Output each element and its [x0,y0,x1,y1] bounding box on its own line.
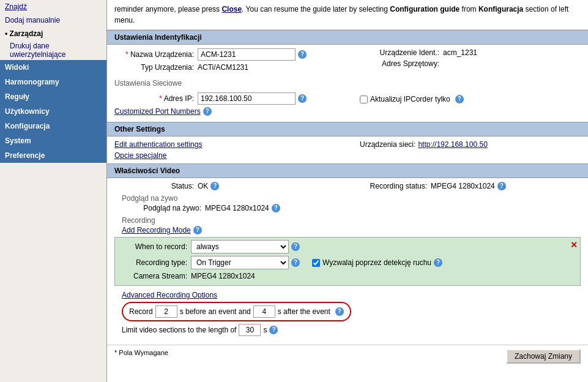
custom-ports-link[interactable]: Customized Port Numbers [114,107,201,116]
identification-header: Ustawienia Indentyfikacji [107,30,588,45]
sidebar-item-harmonogramy[interactable]: Harmonogramy [0,75,106,89]
device-type-value: ACTi/ACM1231 [198,63,248,72]
network-section: Adres IP: ? Aktualizuj IPCorder tylko ? … [107,89,588,122]
sidebar-item-preferencje[interactable]: Preferencje [0,148,106,163]
live-preview-help-icon[interactable]: ? [272,204,280,212]
recording-status-label: Recording status: [348,182,427,190]
sidebar-section-zarzadzaj: • Zarządzaj [0,27,106,40]
info-text-1: reminder anymore, please press [114,5,221,13]
live-preview-value: MPEG4 1280x1024 [205,204,269,212]
ipcorder-label: Aktualizuj IPCorder tylko [370,95,450,103]
sidebar-item-reguly[interactable]: Reguły [0,89,106,104]
devices-network-link[interactable]: http://192.168.100.50 [418,140,487,149]
hardware-addr-label: Adres Sprzętowy: [360,59,439,68]
sidebar-item-uzytkownicy[interactable]: Użytkownicy [0,104,106,119]
when-to-record-select[interactable]: always schedule motion [191,240,289,253]
konfiguracja-ref: Konfiguracja [478,5,523,13]
recording-type-select[interactable]: On Trigger Continuous Motion [191,256,289,269]
add-recording-help-icon[interactable]: ? [193,226,202,234]
required-note: * Pola Wymagane [114,349,168,356]
recording-mode-row: ✕ When to record: always schedule motion… [114,237,581,286]
auth-settings-link[interactable]: Edit authentication settings [114,140,202,149]
record-label: Record [129,307,153,316]
limit-label: Limit video sections to the length of [122,326,236,334]
recording-status-help-icon[interactable]: ? [497,182,506,190]
after-event-label: s after the event [278,307,330,316]
sidebar-item-drukuj[interactable]: Drukuj dane uwierzytelniające [0,40,106,60]
close-link[interactable]: Close [221,5,242,13]
recording-type-label: Recording type: [120,258,187,267]
ip-input[interactable] [198,92,296,105]
when-to-record-help-icon[interactable]: ? [291,242,300,251]
recording-type-help-icon[interactable]: ? [291,258,300,267]
motion-trigger-label: Wyzwalaj poprzez detekcję ruchu [322,258,431,267]
device-ident-label: Urządzenie Ident.: [360,48,439,57]
custom-ports-help-icon[interactable]: ? [203,107,212,116]
live-preview-label: Podgląd na żywo: [122,204,201,212]
sidebar-item-system[interactable]: System [0,133,106,148]
footer: * Pola Wymagane Zachowaj Zmiany [107,345,588,367]
main-content: reminder anymore, please press Close. Yo… [107,0,588,382]
record-timing-row: Record s before an event and s after the… [122,302,351,321]
motion-trigger-checkbox[interactable] [312,259,320,267]
info-text-2: . You can resume the guide later by sele… [242,5,390,13]
save-button[interactable]: Zachowaj Zmiany [506,349,581,364]
camera-stream-value: MPEG4 1280x1024 [191,272,255,280]
recording-section-label: Recording [114,215,581,226]
before-event-label: s before an event and [180,307,251,316]
when-to-record-label: When to record: [120,242,187,251]
after-event-input[interactable] [253,305,275,318]
sidebar: Znajdź Dodaj manualnie • Zarządzaj Druku… [0,0,107,382]
sidebar-item-widoki[interactable]: Widoki [0,60,106,75]
status-value: OK [198,182,208,190]
add-recording-link[interactable]: Add Recording Mode [122,226,191,234]
config-guide-link: Configuration guide [390,5,460,13]
live-preview-section-label: Podgląd na żywo [114,193,581,204]
ipcorder-checkbox[interactable] [360,96,368,103]
limit-help-icon[interactable]: ? [269,326,278,334]
limit-input[interactable] [239,324,261,336]
before-event-input[interactable] [155,305,177,318]
advanced-options-title[interactable]: Advanced Recording Options [122,291,573,299]
status-help-icon[interactable]: ? [210,182,219,190]
device-ident-value: acm_1231 [443,48,477,57]
status-label: Status: [114,182,194,190]
device-name-input[interactable] [198,48,296,61]
video-section: Status: OK ? Recording status: MPEG4 128… [107,178,588,345]
sidebar-item-dodaj[interactable]: Dodaj manualnie [0,13,106,27]
video-header: Właściwości Video [107,163,588,178]
device-name-label: Nazwa Urządzenia: [114,50,194,59]
motion-trigger-help-icon[interactable]: ? [434,258,442,267]
other-settings-header: Other Settings [107,122,588,137]
device-type-label: Typ Urządzenia: [114,63,194,72]
other-settings-section: Edit authentication settings Opcie specj… [107,137,588,163]
identification-section: Nazwa Urządzenia: ? Typ Urządzenia: ACTi… [107,45,588,78]
info-text-3: from [460,5,478,13]
device-name-help-icon[interactable]: ? [298,50,307,59]
limit-unit: s [263,326,267,334]
recording-close-icon[interactable]: ✕ [570,240,578,250]
devices-network-label: Urządzenia sieci: [360,140,415,149]
ip-help-icon[interactable]: ? [298,94,307,103]
camera-stream-label: Camera Stream: [120,272,187,280]
ip-label: Adres IP: [114,94,194,103]
recording-status-value: MPEG4 1280x1024 [431,182,495,190]
event-help-icon[interactable]: ? [335,307,344,316]
advanced-options: Advanced Recording Options Record s befo… [114,288,581,341]
sidebar-item-konfiguracja[interactable]: Konfiguracja [0,119,106,133]
special-options-link[interactable]: Opcie specjalne [114,151,166,160]
ipcorder-help-icon[interactable]: ? [455,95,464,103]
network-header: Ustawienia Sieciowe [107,78,588,89]
sidebar-item-znajdz[interactable]: Znajdź [0,0,106,13]
info-bar: reminder anymore, please press Close. Yo… [107,0,588,30]
